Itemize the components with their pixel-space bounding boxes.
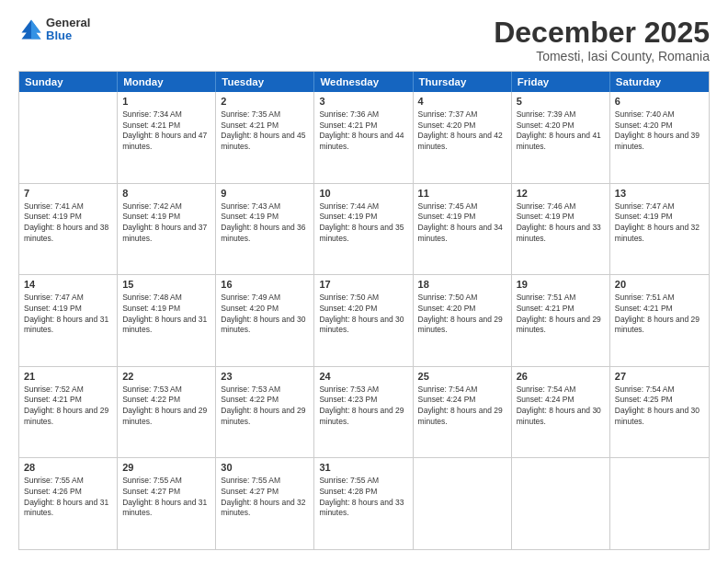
cell-info: Sunrise: 7:44 AM Sunset: 4:19 PM Dayligh… xyxy=(319,201,407,245)
day-number: 28 xyxy=(24,461,112,475)
day-number: 13 xyxy=(615,187,704,201)
cell-info: Sunrise: 7:47 AM Sunset: 4:19 PM Dayligh… xyxy=(24,293,112,336)
cell-info: Sunrise: 7:53 AM Sunset: 4:23 PM Dayligh… xyxy=(319,385,407,428)
calendar-week-1: 1Sunrise: 7:34 AM Sunset: 4:21 PM Daylig… xyxy=(19,92,709,183)
day-number: 7 xyxy=(24,187,112,201)
calendar-header: Sunday Monday Tuesday Wednesday Thursday… xyxy=(19,72,709,92)
day-number: 26 xyxy=(517,370,605,384)
cell-info: Sunrise: 7:49 AM Sunset: 4:20 PM Dayligh… xyxy=(221,293,309,336)
cal-cell-w4-d5: 25Sunrise: 7:54 AM Sunset: 4:24 PM Dayli… xyxy=(414,367,512,458)
cal-cell-w4-d7: 27Sunrise: 7:54 AM Sunset: 4:25 PM Dayli… xyxy=(610,367,709,458)
cell-info: Sunrise: 7:47 AM Sunset: 4:19 PM Dayligh… xyxy=(615,201,704,245)
calendar-week-5: 28Sunrise: 7:55 AM Sunset: 4:26 PM Dayli… xyxy=(19,457,709,549)
svg-marker-1 xyxy=(31,20,41,40)
day-number: 21 xyxy=(24,370,112,384)
title-block: December 2025 Tomesti, Iasi County, Roma… xyxy=(494,17,710,63)
day-number: 9 xyxy=(221,187,309,201)
day-number: 10 xyxy=(319,187,407,201)
cell-info: Sunrise: 7:50 AM Sunset: 4:20 PM Dayligh… xyxy=(319,293,407,336)
cal-cell-w1-d6: 5Sunrise: 7:39 AM Sunset: 4:20 PM Daylig… xyxy=(512,92,610,183)
day-number: 16 xyxy=(221,278,309,292)
cell-info: Sunrise: 7:55 AM Sunset: 4:26 PM Dayligh… xyxy=(24,476,112,519)
day-number: 20 xyxy=(615,278,704,292)
cell-info: Sunrise: 7:46 AM Sunset: 4:19 PM Dayligh… xyxy=(517,201,605,245)
day-number: 15 xyxy=(122,278,210,292)
day-number: 22 xyxy=(122,370,210,384)
cell-info: Sunrise: 7:35 AM Sunset: 4:21 PM Dayligh… xyxy=(221,109,309,153)
day-number: 25 xyxy=(418,370,506,384)
logo-blue-text: Blue xyxy=(46,29,90,42)
cal-cell-w3-d7: 20Sunrise: 7:51 AM Sunset: 4:21 PM Dayli… xyxy=(610,275,709,366)
day-number: 14 xyxy=(24,278,112,292)
cal-cell-w5-d2: 29Sunrise: 7:55 AM Sunset: 4:27 PM Dayli… xyxy=(118,458,216,549)
day-number: 18 xyxy=(418,278,506,292)
cell-info: Sunrise: 7:55 AM Sunset: 4:28 PM Dayligh… xyxy=(319,476,407,519)
day-number: 31 xyxy=(319,461,407,475)
cal-cell-w1-d7: 6Sunrise: 7:40 AM Sunset: 4:20 PM Daylig… xyxy=(610,92,709,183)
day-number: 30 xyxy=(221,461,309,475)
day-number: 29 xyxy=(122,461,210,475)
cal-cell-w2-d4: 10Sunrise: 7:44 AM Sunset: 4:19 PM Dayli… xyxy=(314,184,413,275)
cal-cell-w4-d6: 26Sunrise: 7:54 AM Sunset: 4:24 PM Dayli… xyxy=(512,367,610,458)
cal-cell-w3-d3: 16Sunrise: 7:49 AM Sunset: 4:20 PM Dayli… xyxy=(216,275,314,366)
cell-info: Sunrise: 7:45 AM Sunset: 4:19 PM Dayligh… xyxy=(418,201,506,245)
logo: General Blue xyxy=(18,17,90,43)
day-number: 6 xyxy=(615,95,704,109)
cal-cell-w4-d4: 24Sunrise: 7:53 AM Sunset: 4:23 PM Dayli… xyxy=(314,367,413,458)
cell-info: Sunrise: 7:37 AM Sunset: 4:20 PM Dayligh… xyxy=(418,109,506,153)
calendar-week-3: 14Sunrise: 7:47 AM Sunset: 4:19 PM Dayli… xyxy=(19,274,709,366)
cell-info: Sunrise: 7:51 AM Sunset: 4:21 PM Dayligh… xyxy=(615,293,704,336)
page: General Blue December 2025 Tomesti, Iasi… xyxy=(0,0,728,563)
cal-cell-w2-d7: 13Sunrise: 7:47 AM Sunset: 4:19 PM Dayli… xyxy=(610,184,709,275)
day-number: 17 xyxy=(319,278,407,292)
cal-cell-w1-d3: 2Sunrise: 7:35 AM Sunset: 4:21 PM Daylig… xyxy=(216,92,314,183)
header-tuesday: Tuesday xyxy=(216,72,314,92)
cal-cell-w2-d1: 7Sunrise: 7:41 AM Sunset: 4:19 PM Daylig… xyxy=(19,184,118,275)
header-monday: Monday xyxy=(118,72,216,92)
cell-info: Sunrise: 7:42 AM Sunset: 4:19 PM Dayligh… xyxy=(122,201,210,245)
day-number: 1 xyxy=(122,95,210,109)
day-number: 8 xyxy=(122,187,210,201)
cell-info: Sunrise: 7:54 AM Sunset: 4:25 PM Dayligh… xyxy=(615,385,704,428)
calendar-body: 1Sunrise: 7:34 AM Sunset: 4:21 PM Daylig… xyxy=(19,92,709,549)
day-number: 11 xyxy=(418,187,506,201)
day-number: 4 xyxy=(418,95,506,109)
header-saturday: Saturday xyxy=(610,72,709,92)
day-number: 12 xyxy=(517,187,605,201)
cal-cell-w2-d2: 8Sunrise: 7:42 AM Sunset: 4:19 PM Daylig… xyxy=(118,184,216,275)
cal-cell-w1-d5: 4Sunrise: 7:37 AM Sunset: 4:20 PM Daylig… xyxy=(414,92,512,183)
cell-info: Sunrise: 7:54 AM Sunset: 4:24 PM Dayligh… xyxy=(517,385,605,428)
day-number: 5 xyxy=(517,95,605,109)
day-number: 2 xyxy=(221,95,309,109)
cal-cell-w3-d2: 15Sunrise: 7:48 AM Sunset: 4:19 PM Dayli… xyxy=(118,275,216,366)
cell-info: Sunrise: 7:43 AM Sunset: 4:19 PM Dayligh… xyxy=(221,201,309,245)
cal-cell-w1-d4: 3Sunrise: 7:36 AM Sunset: 4:21 PM Daylig… xyxy=(314,92,413,183)
cal-cell-w4-d1: 21Sunrise: 7:52 AM Sunset: 4:21 PM Dayli… xyxy=(19,367,118,458)
cell-info: Sunrise: 7:41 AM Sunset: 4:19 PM Dayligh… xyxy=(24,201,112,245)
cell-info: Sunrise: 7:40 AM Sunset: 4:20 PM Dayligh… xyxy=(615,109,704,153)
header-friday: Friday xyxy=(512,72,610,92)
cal-cell-w5-d5 xyxy=(414,458,512,549)
cell-info: Sunrise: 7:53 AM Sunset: 4:22 PM Dayligh… xyxy=(221,385,309,428)
day-number: 27 xyxy=(615,370,704,384)
cal-cell-w5-d1: 28Sunrise: 7:55 AM Sunset: 4:26 PM Dayli… xyxy=(19,458,118,549)
header-wednesday: Wednesday xyxy=(314,72,413,92)
location: Tomesti, Iasi County, Romania xyxy=(494,49,710,63)
cal-cell-w5-d6 xyxy=(512,458,610,549)
cell-info: Sunrise: 7:55 AM Sunset: 4:27 PM Dayligh… xyxy=(221,476,309,519)
cal-cell-w1-d1 xyxy=(19,92,118,183)
cal-cell-w5-d7 xyxy=(610,458,709,549)
calendar-week-2: 7Sunrise: 7:41 AM Sunset: 4:19 PM Daylig… xyxy=(19,183,709,275)
cal-cell-w5-d3: 30Sunrise: 7:55 AM Sunset: 4:27 PM Dayli… xyxy=(216,458,314,549)
day-number: 24 xyxy=(319,370,407,384)
header-sunday: Sunday xyxy=(19,72,118,92)
header-thursday: Thursday xyxy=(414,72,512,92)
calendar: Sunday Monday Tuesday Wednesday Thursday… xyxy=(18,71,710,550)
calendar-week-4: 21Sunrise: 7:52 AM Sunset: 4:21 PM Dayli… xyxy=(19,366,709,458)
cell-info: Sunrise: 7:39 AM Sunset: 4:20 PM Dayligh… xyxy=(517,109,605,153)
logo-icon xyxy=(18,17,44,42)
cal-cell-w2-d3: 9Sunrise: 7:43 AM Sunset: 4:19 PM Daylig… xyxy=(216,184,314,275)
cell-info: Sunrise: 7:52 AM Sunset: 4:21 PM Dayligh… xyxy=(24,385,112,428)
day-number: 19 xyxy=(517,278,605,292)
cal-cell-w2-d5: 11Sunrise: 7:45 AM Sunset: 4:19 PM Dayli… xyxy=(414,184,512,275)
